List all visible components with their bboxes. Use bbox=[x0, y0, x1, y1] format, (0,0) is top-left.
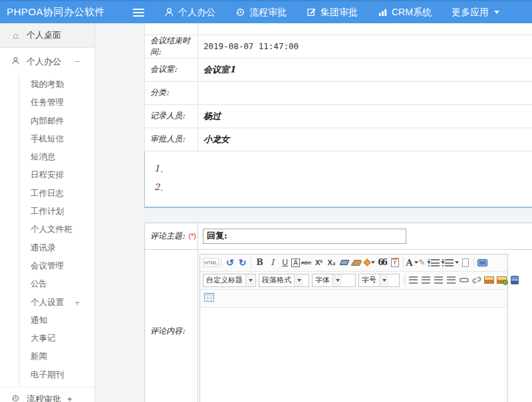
sidebar-item-contacts[interactable]: 通讯录 bbox=[19, 239, 94, 257]
sidebar-item-e-journal[interactable]: 电子期刊 bbox=[19, 366, 94, 384]
required-mark: (*) bbox=[188, 232, 196, 240]
person-icon bbox=[11, 56, 21, 67]
subscript-button[interactable]: X₂ bbox=[325, 256, 338, 269]
phpoa-app: PHPOA协同办公软件 个人办公 流程审批 集团审批 bbox=[0, 0, 532, 402]
insert-table-button[interactable] bbox=[203, 291, 215, 304]
content-line: 2、 bbox=[154, 178, 532, 197]
font-family-select[interactable]: 字体 bbox=[312, 274, 356, 287]
new-page-icon[interactable] bbox=[459, 256, 471, 269]
redo-icon[interactable]: ↻ bbox=[236, 256, 249, 269]
align-center-button[interactable] bbox=[420, 274, 432, 286]
sidebar-item-schedule[interactable]: 日程安排 bbox=[19, 166, 94, 184]
editor-toolbar-row-3 bbox=[200, 290, 507, 308]
comment-form-table: 评论主题: (*) 评论内容: bbox=[144, 223, 532, 402]
sidebar: ⌂ 个人桌面 个人办公 − 我的考勤 任务管理 内部邮件 手机短信 短消息 日程… bbox=[0, 23, 95, 402]
paragraph-format-select[interactable]: 段落格式 bbox=[259, 274, 309, 287]
html-source-button[interactable]: HTML bbox=[203, 258, 219, 267]
italic-button[interactable]: I bbox=[266, 256, 279, 269]
nav-workflow-approval[interactable]: 流程审批 bbox=[235, 7, 287, 19]
format-painter-icon[interactable] bbox=[350, 256, 363, 269]
align-right-button[interactable] bbox=[432, 274, 445, 286]
fullscreen-icon[interactable] bbox=[476, 256, 489, 269]
nav-more-apps[interactable]: 更多应用 bbox=[452, 7, 499, 19]
nav-crm-system[interactable]: CRM系统 bbox=[378, 7, 432, 19]
content-line: 1、 bbox=[154, 159, 532, 178]
table-row-end-time: 会议结束时间: 2019-08-07 11:47:00 bbox=[145, 35, 532, 58]
table-row-category: 分类: bbox=[145, 81, 532, 104]
sidebar-item-events[interactable]: 大事记 bbox=[19, 330, 94, 348]
editor-toolbar-row-2: 自定义标题 段落格式 字体 bbox=[200, 272, 507, 290]
font-color-button[interactable]: A bbox=[406, 256, 418, 269]
nav-group-approval[interactable]: 集团审批 bbox=[307, 7, 358, 19]
paste-plain-icon[interactable]: T bbox=[388, 256, 401, 269]
superscript-button[interactable]: X² bbox=[313, 256, 325, 269]
insert-video-button[interactable] bbox=[508, 274, 521, 286]
caret-down-icon bbox=[294, 274, 303, 286]
field-value-meeting-room: 会议室1 bbox=[203, 64, 235, 74]
person-icon bbox=[164, 7, 174, 17]
sidebar-item-desktop[interactable]: ⌂ 个人桌面 bbox=[0, 23, 94, 48]
bar-chart-icon bbox=[378, 7, 388, 17]
field-value-approver: 小龙女 bbox=[203, 134, 229, 144]
sidebar-item-personal-office[interactable]: 个人办公 − bbox=[0, 48, 94, 75]
meeting-content-box: 1、 2、 bbox=[144, 151, 532, 208]
caret-down-icon bbox=[379, 274, 388, 286]
sidebar-item-announcement[interactable]: 公告 bbox=[19, 275, 94, 293]
heading-select[interactable]: 自定义标题 bbox=[203, 274, 256, 287]
caret-down-icon bbox=[245, 274, 255, 286]
remove-format-icon[interactable] bbox=[338, 256, 350, 269]
insert-image-button[interactable] bbox=[483, 274, 495, 286]
font-size-select[interactable]: 字号 bbox=[358, 274, 400, 287]
sidebar-item-work-log[interactable]: 工作日志 bbox=[19, 185, 94, 203]
home-icon: ⌂ bbox=[11, 30, 21, 41]
font-border-button[interactable]: A bbox=[291, 258, 300, 267]
app-title: PHPOA协同办公软件 bbox=[0, 6, 124, 19]
field-value-recorder: 杨过 bbox=[203, 111, 221, 121]
nav-personal-office[interactable]: 个人办公 bbox=[164, 7, 215, 19]
top-nav: 个人办公 流程审批 集团审批 CRM系统 更多应用 bbox=[164, 7, 499, 19]
sidebar-item-work-plan[interactable]: 工作计划 bbox=[19, 203, 94, 221]
sidebar-item-attendance[interactable]: 我的考勤 bbox=[19, 76, 94, 94]
collapse-icon[interactable]: − bbox=[74, 56, 80, 66]
sidebar-submenu: 我的考勤 任务管理 内部邮件 手机短信 短消息 日程安排 工作日志 工作计划 个… bbox=[19, 75, 94, 387]
unordered-list-button[interactable] bbox=[445, 256, 459, 269]
insert-link-button[interactable] bbox=[458, 274, 470, 286]
align-left-button[interactable] bbox=[407, 274, 420, 286]
caret-down-icon bbox=[494, 11, 499, 14]
sidebar-item-sms[interactable]: 手机短信 bbox=[19, 130, 94, 148]
menu-toggle-icon[interactable] bbox=[133, 9, 144, 17]
undo-icon[interactable]: ↺ bbox=[223, 256, 236, 269]
comment-content-row: 评论内容: HTML ↺ ↻ B bbox=[145, 249, 532, 402]
sidebar-item-news[interactable]: 新闻 bbox=[19, 348, 94, 365]
sidebar-item-internal-mail[interactable]: 内部邮件 bbox=[19, 112, 94, 130]
sidebar-item-personal-settings[interactable]: 个人设置+ bbox=[19, 294, 94, 312]
main-content: 会议结束时间: 2019-08-07 11:47:00 会议室: 会议室1 分类… bbox=[95, 23, 532, 402]
expand-icon[interactable]: + bbox=[67, 394, 72, 402]
top-header: PHPOA协同办公软件 个人办公 流程审批 集团审批 bbox=[0, 0, 532, 23]
sidebar-item-tasks[interactable]: 任务管理 bbox=[19, 94, 94, 112]
field-label: 会议室: bbox=[150, 64, 177, 74]
underline-button[interactable]: U bbox=[279, 256, 291, 269]
field-value-end-time: 2019-08-07 11:47:00 bbox=[203, 41, 299, 51]
sidebar-item-short-message[interactable]: 短消息 bbox=[19, 148, 94, 166]
auto-typeset-icon[interactable] bbox=[363, 256, 376, 269]
comment-subject-row: 评论主题: (*) bbox=[145, 223, 532, 249]
rich-text-editor: HTML ↺ ↻ B I U A ABC bbox=[200, 254, 508, 402]
sidebar-item-workflow-approval[interactable]: 流程审批 + bbox=[0, 387, 94, 402]
sidebar-item-meeting-management[interactable]: 会议管理 bbox=[19, 257, 94, 275]
align-justify-button[interactable] bbox=[445, 274, 458, 286]
caret-down-icon bbox=[332, 274, 342, 286]
table-row-approver: 审批人员: 小龙女 bbox=[145, 128, 532, 151]
bold-button[interactable]: B bbox=[253, 256, 266, 269]
comment-subject-label: 评论主题: bbox=[150, 231, 185, 241]
comment-subject-input[interactable] bbox=[203, 229, 406, 244]
insert-snapshot-button[interactable] bbox=[495, 274, 508, 286]
strikethrough-button[interactable]: ABC bbox=[300, 256, 313, 269]
sidebar-item-notice[interactable]: 通知 bbox=[19, 312, 94, 330]
blockquote-button[interactable]: 66 bbox=[376, 256, 388, 269]
expand-icon[interactable]: + bbox=[74, 294, 80, 312]
edit-icon bbox=[307, 7, 317, 17]
remove-link-button[interactable] bbox=[470, 274, 483, 286]
sidebar-item-file-cabinet[interactable]: 个人文件柜 bbox=[19, 221, 94, 239]
editor-content-area[interactable] bbox=[200, 308, 507, 402]
